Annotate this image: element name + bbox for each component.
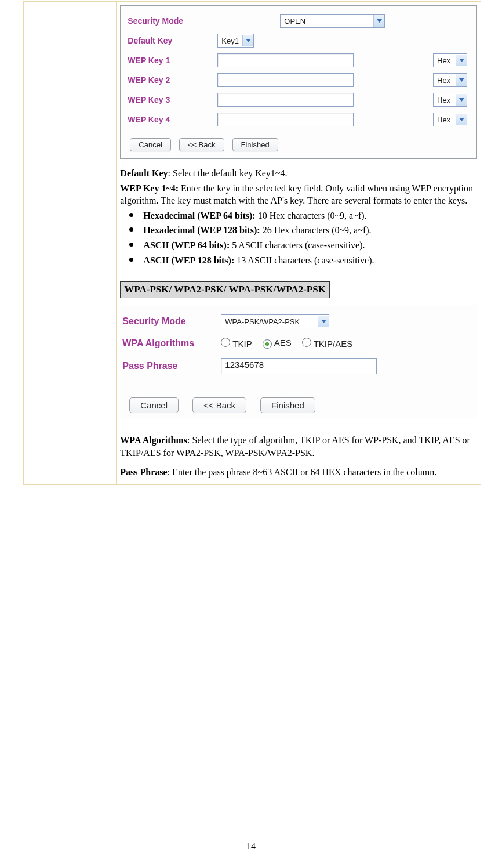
label-wep-key-3: WEP Key 3 — [128, 95, 217, 104]
right-column: Security Mode OPEN Default Key Key1 — [117, 2, 481, 485]
label-wpa-security-mode: Security Mode — [122, 316, 221, 327]
select-default-key[interactable]: Key1 — [217, 34, 254, 48]
select-wep1-format[interactable]: Hex — [433, 53, 467, 67]
cancel-button[interactable]: Cancel — [130, 138, 170, 151]
label-default-key: Default Key — [128, 36, 217, 45]
label-security-mode: Security Mode — [128, 16, 217, 26]
dropdown-arrow-icon — [242, 35, 253, 46]
input-pass-phrase[interactable]: 12345678 — [221, 358, 377, 374]
wpa-algorithm-radios: TKIP AES TKIP/AES — [221, 338, 352, 349]
dropdown-arrow-icon — [456, 114, 467, 125]
dropdown-arrow-icon — [456, 74, 467, 86]
left-column — [24, 2, 117, 485]
input-wep-key-3[interactable] — [217, 93, 354, 107]
select-wep2-format[interactable]: Hex — [433, 73, 467, 87]
label-pass-phrase: Pass Phrase — [122, 361, 221, 371]
row-wpa-algorithms: WPA Algorithms TKIP AES TKIP/AES — [122, 338, 475, 349]
label-wep-key-1: WEP Key 1 — [128, 56, 217, 65]
label-wep-key-2: WEP Key 2 — [128, 75, 217, 85]
row-default-key: Default Key Key1 — [128, 34, 470, 48]
row-wep-key-1: WEP Key 1 Hex — [128, 53, 470, 67]
list-item: ASCII (WEP 128 bits): 13 ASCII character… — [137, 254, 477, 267]
wep-key-term: WEP Key 1~4: — [120, 183, 179, 193]
select-security-mode[interactable]: OPEN — [280, 14, 385, 28]
wep-settings-panel: Security Mode OPEN Default Key Key1 — [120, 5, 477, 159]
row-security-mode: Security Mode OPEN — [128, 14, 470, 28]
wep-format-list: Hexadecimal (WEP 64 bits): 10 Hex charac… — [120, 209, 477, 266]
list-item: ASCII (WEP 64 bits): 5 ASCII characters … — [137, 239, 477, 252]
finished-button[interactable]: Finished — [260, 397, 315, 413]
wpa-settings-panel: Security Mode WPA-PSK/WPA2-PSK WPA Algor… — [120, 305, 477, 418]
dropdown-arrow-icon — [456, 94, 467, 106]
input-wep-key-1[interactable] — [217, 53, 354, 67]
input-wep-key-2[interactable] — [217, 73, 354, 87]
wpa-description: WPA Algorithms: Select the type of algor… — [120, 434, 477, 479]
wpa-algorithms-term: WPA Algorithms — [120, 435, 187, 445]
row-wep-key-4: WEP Key 4 Hex — [128, 113, 470, 126]
radio-tkip[interactable]: TKIP — [221, 338, 252, 349]
select-wpa-security-mode[interactable]: WPA-PSK/WPA2-PSK — [221, 314, 329, 328]
finished-button[interactable]: Finished — [232, 138, 278, 151]
list-item: Hexadecimal (WEP 64 bits): 10 Hex charac… — [137, 209, 477, 222]
label-wep-key-4: WEP Key 4 — [128, 115, 217, 124]
dropdown-arrow-icon — [318, 316, 329, 327]
row-wpa-security-mode: Security Mode WPA-PSK/WPA2-PSK — [122, 314, 475, 328]
wpa-section-heading: WPA-PSK/ WPA2-PSK/ WPA-PSK/WPA2-PSK — [120, 281, 330, 298]
row-wep-key-3: WEP Key 3 Hex — [128, 93, 470, 107]
dropdown-arrow-icon — [456, 55, 467, 66]
back-button[interactable]: << Back — [179, 138, 224, 151]
wep-description: Default Key: Select the default key Key1… — [120, 167, 477, 305]
cancel-button[interactable]: Cancel — [129, 397, 179, 413]
list-item: Hexadecimal (WEP 128 bits): 26 Hex chara… — [137, 224, 477, 237]
select-wep3-format[interactable]: Hex — [433, 93, 467, 107]
wep-button-row: Cancel << Back Finished — [130, 138, 470, 151]
wpa-button-row: Cancel << Back Finished — [129, 397, 475, 413]
radio-aes[interactable]: AES — [263, 338, 292, 349]
dropdown-arrow-icon — [373, 15, 384, 27]
row-pass-phrase: Pass Phrase 12345678 — [122, 358, 475, 374]
label-wpa-algorithms: WPA Algorithms — [122, 338, 221, 349]
select-wep4-format[interactable]: Hex — [433, 113, 467, 126]
back-button[interactable]: << Back — [192, 397, 246, 413]
default-key-term: Default Key — [120, 168, 168, 178]
page-number: 14 — [0, 841, 502, 852]
pass-phrase-term: Pass Phrase — [120, 467, 167, 477]
content-table: Security Mode OPEN Default Key Key1 — [23, 1, 481, 485]
radio-tkipaes[interactable]: TKIP/AES — [302, 338, 353, 349]
row-wep-key-2: WEP Key 2 Hex — [128, 73, 470, 87]
input-wep-key-4[interactable] — [217, 113, 354, 126]
